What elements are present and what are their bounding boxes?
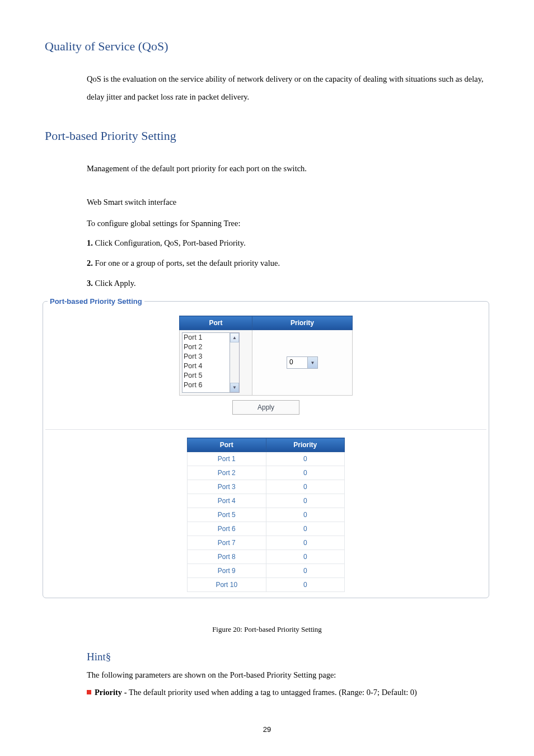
port-priority-setting-panel: Port-based Priority Setting Port Priorit… (43, 297, 489, 598)
cell-port: Port 2 (188, 466, 266, 480)
page-number: 29 (0, 725, 534, 734)
cell-port: Port 10 (188, 578, 266, 592)
table-row: Port 30 (188, 480, 345, 494)
figure-caption: Figure 20: Port-based Priority Setting (45, 625, 489, 634)
cell-priority: 0 (266, 508, 345, 522)
cell-port: Port 7 (188, 536, 266, 550)
step-2: 2. For one or a group of ports, set the … (87, 255, 489, 273)
listbox-item[interactable]: Port 5 (184, 371, 229, 381)
cell-port: Port 4 (188, 494, 266, 508)
cell-priority: 0 (266, 494, 345, 508)
config-table: Port Priority Port 1Port 2Port 3Port 4Po… (179, 316, 353, 396)
table-row: Port 40 (188, 494, 345, 508)
heading-port-priority: Port-based Priority Setting (45, 129, 489, 143)
listbox-item[interactable]: Port 1 (184, 333, 229, 342)
cell-port: Port 5 (188, 508, 266, 522)
listbox-item[interactable]: Port 4 (184, 361, 229, 371)
table-row: Port 100 (188, 578, 345, 592)
cell-priority: 0 (266, 480, 345, 494)
paragraph-port-priority-desc: Management of the default port priority … (87, 160, 489, 178)
priority-select-value: 0 (287, 357, 307, 368)
cell-port: Port 1 (188, 452, 266, 466)
step-2-text: For one or a group of ports, set the def… (93, 259, 280, 267)
priority-select[interactable]: 0 ▼ (287, 356, 318, 369)
step-1: 1. Click Configuration, QoS, Port-based … (87, 234, 489, 252)
config-header-priority: Priority (252, 316, 353, 330)
hint-intro: The following parameters are shown on th… (87, 668, 489, 682)
priority-desc: The default priority used when adding a … (127, 688, 417, 697)
table-row: Port 90 (188, 564, 345, 578)
config-header-port: Port (180, 316, 252, 330)
priority-label: Priority - (95, 688, 127, 697)
table-row: Port 20 (188, 466, 345, 480)
status-header-port: Port (188, 438, 266, 452)
status-table: Port Priority Port 10Port 20Port 30Port … (187, 438, 345, 592)
apply-button[interactable]: Apply (232, 400, 299, 415)
cell-port: Port 9 (188, 564, 266, 578)
paragraph-qos-desc: QoS is the evaluation on the service abi… (87, 71, 489, 106)
table-row: Port 70 (188, 536, 345, 550)
listbox-scrollbar[interactable]: ▲ ▼ (230, 332, 240, 393)
cell-priority: 0 (266, 564, 345, 578)
table-row: Port 60 (188, 522, 345, 536)
listbox-item[interactable]: Port 6 (184, 381, 229, 390)
chevron-down-icon: ▼ (232, 385, 237, 390)
chevron-down-icon: ▼ (307, 357, 317, 368)
step-1-num: 1. (87, 238, 93, 247)
cell-priority: 0 (266, 452, 345, 466)
heading-hint: Hint§ (87, 651, 489, 663)
cell-port: Port 8 (188, 550, 266, 564)
cell-port: Port 3 (188, 480, 266, 494)
heading-qos: Quality of Service (QoS) (45, 39, 489, 54)
status-header-priority: Priority (266, 438, 345, 452)
cell-priority: 0 (266, 578, 345, 592)
step-3-num: 3. (87, 279, 93, 288)
port-listbox[interactable]: Port 1Port 2Port 3Port 4Port 5Port 6 (182, 332, 230, 393)
hint-priority-line: Priority - The default priority used whe… (87, 684, 489, 701)
chevron-up-icon: ▲ (232, 335, 237, 340)
bullet-icon (87, 690, 91, 694)
cell-priority: 0 (266, 466, 345, 480)
cell-priority: 0 (266, 550, 345, 564)
listbox-item[interactable]: Port 3 (184, 352, 229, 361)
table-row: Port 50 (188, 508, 345, 522)
step-3-text: Click Apply. (93, 279, 136, 288)
scroll-track[interactable] (230, 342, 239, 383)
interface-line: Web Smart switch interface (87, 194, 489, 212)
separator (45, 429, 486, 430)
cell-port: Port 6 (188, 522, 266, 536)
scroll-up-button[interactable]: ▲ (230, 333, 239, 342)
step-2-num: 2. (87, 259, 93, 267)
cell-priority: 0 (266, 522, 345, 536)
step-3: 3. Click Apply. (87, 275, 489, 293)
intro-line: To configure global settings for Spannin… (87, 215, 489, 233)
cell-priority: 0 (266, 536, 345, 550)
table-row: Port 10 (188, 452, 345, 466)
scroll-down-button[interactable]: ▼ (230, 383, 239, 392)
step-1-text: Click Configuration, QoS, Port-based Pri… (93, 238, 246, 247)
fieldset-legend: Port-based Priority Setting (48, 297, 144, 306)
table-row: Port 80 (188, 550, 345, 564)
listbox-item[interactable]: Port 2 (184, 342, 229, 352)
